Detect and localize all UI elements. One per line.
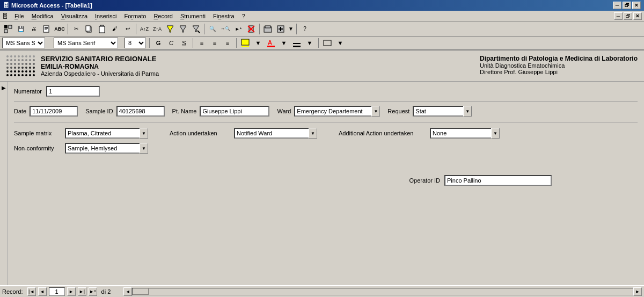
numerator-input[interactable] xyxy=(46,86,100,97)
sort-desc-btn[interactable]: Z↑A xyxy=(151,23,163,35)
nav-prev-btn[interactable]: ◄ xyxy=(38,287,47,296)
new-object-btn[interactable] xyxy=(275,23,287,35)
view-toggle-btn[interactable] xyxy=(2,23,14,35)
restore-button[interactable]: 🗗 xyxy=(623,2,631,9)
org-info: SERVIZIO SANITARIO REGIONALE EMILIA-ROMA… xyxy=(41,55,159,77)
hscroll-area[interactable]: ◄ ► xyxy=(123,287,642,296)
record-arrow-icon: ▶ xyxy=(2,85,6,91)
underline-btn[interactable]: S xyxy=(179,38,189,48)
special-effect-arrow[interactable]: ▼ xyxy=(335,38,346,48)
help-btn[interactable]: ? xyxy=(299,23,311,35)
mdi-close-menu[interactable]: ✕ xyxy=(633,12,642,20)
special-effect-btn[interactable] xyxy=(322,38,333,48)
operator-id-input[interactable] xyxy=(444,175,552,186)
undo-btn[interactable]: ↩ xyxy=(122,23,134,35)
filter-by-selection-btn[interactable] xyxy=(164,23,176,35)
pt-name-input[interactable] xyxy=(200,106,269,117)
save-btn[interactable]: 💾 xyxy=(15,23,27,35)
request-select[interactable]: Stat Routine Urgent xyxy=(413,106,472,117)
format-painter-btn[interactable]: 🖌 xyxy=(109,23,121,35)
menu-record[interactable]: Record xyxy=(150,12,175,20)
delete-record-btn[interactable] xyxy=(245,23,257,35)
divider2 xyxy=(14,122,638,122)
svg-line-14 xyxy=(197,31,200,33)
font-style-select[interactable]: MS Sans Serif xyxy=(2,38,45,48)
dot xyxy=(33,59,35,61)
menu-strumenti[interactable]: Strumenti xyxy=(177,12,209,20)
cut-btn[interactable]: ✂ xyxy=(70,23,82,35)
align-center-btn[interactable]: ≡ xyxy=(209,38,220,48)
menu-finestra[interactable]: Finestra xyxy=(210,12,238,20)
font-size-select[interactable]: 8 xyxy=(125,38,146,48)
title-bar-label: Microsoft Access - [Tabella1] xyxy=(11,2,92,9)
dot xyxy=(21,59,24,61)
pt-name-label: Pt. Name xyxy=(172,108,197,114)
find-replace-btn[interactable]: ↔🔍 xyxy=(219,23,231,35)
svg-marker-11 xyxy=(167,26,173,32)
minimize-button[interactable]: ─ xyxy=(613,2,621,9)
svg-rect-5 xyxy=(45,28,48,29)
sample-id-input[interactable] xyxy=(116,106,165,117)
additional-action-select[interactable]: None Repeated Analysis Notified Ward xyxy=(430,128,500,139)
sample-matrix-select[interactable]: Plasma, Citrated Whole Blood Serum Urine xyxy=(65,128,148,139)
filter-by-form-btn[interactable] xyxy=(177,23,189,35)
dot xyxy=(21,70,24,73)
font-color-btn[interactable]: A xyxy=(266,38,276,48)
menu-help[interactable]: ? xyxy=(239,12,248,20)
mdi-restore-menu[interactable]: 🗗 xyxy=(624,12,632,20)
dot xyxy=(14,67,16,69)
record-number-input[interactable] xyxy=(49,287,65,296)
line-color-btn[interactable] xyxy=(291,38,302,48)
hscroll-thumb[interactable] xyxy=(133,288,149,295)
svg-rect-8 xyxy=(86,26,90,31)
fill-color-btn[interactable] xyxy=(240,38,251,48)
request-select-wrapper: Stat Routine Urgent ▼ xyxy=(413,106,472,117)
hscroll-left-btn[interactable]: ◄ xyxy=(123,287,132,296)
copy-btn[interactable] xyxy=(83,23,95,35)
date-input[interactable] xyxy=(30,106,78,117)
header-right: Dipartimento di Patologia e Medicina di … xyxy=(480,55,638,75)
new-record-btn[interactable]: ►* xyxy=(232,23,244,35)
new-object-dropdown-btn[interactable]: ▼ xyxy=(288,23,294,35)
print-preview-btn[interactable] xyxy=(41,23,53,35)
print-btn[interactable]: 🖨 xyxy=(28,23,40,35)
db-window-btn[interactable] xyxy=(262,23,274,35)
paste-btn[interactable] xyxy=(96,23,108,35)
svg-rect-26 xyxy=(267,46,275,47)
close-button[interactable]: ✕ xyxy=(632,2,641,9)
svg-rect-28 xyxy=(293,46,301,47)
italic-btn[interactable]: C xyxy=(166,38,177,48)
align-right-btn[interactable]: ≡ xyxy=(222,38,233,48)
nav-next-btn[interactable]: ► xyxy=(67,287,76,296)
font-name-select[interactable]: MS Sans Serif xyxy=(54,38,118,48)
menu-inserisci[interactable]: Inserisci xyxy=(92,12,120,20)
nav-new-btn[interactable]: ►* xyxy=(89,287,97,296)
sort-asc-btn[interactable]: A↑Z xyxy=(138,23,150,35)
sample-matrix-wrapper: Plasma, Citrated Whole Blood Serum Urine… xyxy=(65,128,148,139)
hscroll-right-btn[interactable]: ► xyxy=(633,287,642,296)
nav-last-btn[interactable]: ►| xyxy=(78,287,86,296)
menu-modifica[interactable]: Modifica xyxy=(28,12,57,20)
menu-file[interactable]: File xyxy=(11,12,27,20)
ward-select[interactable]: Emergency Departement ICU Outpatient xyxy=(294,106,380,117)
hscroll-track[interactable] xyxy=(132,288,633,295)
ward-label: Ward xyxy=(277,108,291,114)
find-btn[interactable]: 🔍 xyxy=(207,23,218,35)
form-area: SERVIZIO SANITARIO REGIONALE EMILIA-ROMA… xyxy=(0,50,644,297)
dot xyxy=(21,55,24,57)
mdi-minimize-menu[interactable]: ─ xyxy=(614,12,623,20)
action-select[interactable]: Notified Ward Repeated Analysis None xyxy=(234,128,317,139)
font-color-arrow[interactable]: ▼ xyxy=(279,38,289,48)
apply-filter-btn[interactable] xyxy=(190,23,202,35)
non-conformity-select[interactable]: Sample, Hemlysed Wrong Label Clotted Sam… xyxy=(65,143,148,154)
additional-action-label: Additional Action undertaken xyxy=(339,130,425,136)
menu-visualizza[interactable]: Visualizza xyxy=(58,12,91,20)
spell-btn[interactable]: ABC xyxy=(54,23,65,35)
svg-rect-0 xyxy=(4,25,8,28)
fill-color-arrow[interactable]: ▼ xyxy=(253,38,264,48)
nav-first-btn[interactable]: |◄ xyxy=(27,287,36,296)
bold-btn[interactable]: G xyxy=(153,38,164,48)
line-color-arrow[interactable]: ▼ xyxy=(304,38,315,48)
menu-formato[interactable]: Formato xyxy=(121,12,149,20)
align-left-btn[interactable]: ≡ xyxy=(196,38,207,48)
